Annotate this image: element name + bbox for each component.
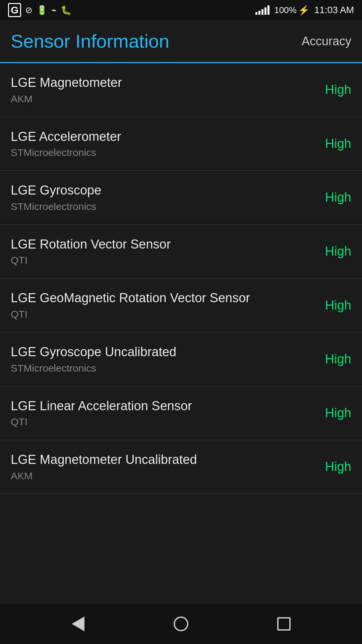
sensor-info-5: LGE Gyroscope UncalibratedSTMicroelectro… <box>11 344 325 374</box>
sensor-accuracy-5: High <box>325 352 351 366</box>
sensor-info-3: LGE Rotation Vector SensorQTI <box>11 237 325 266</box>
sensor-name-2: LGE Gyroscope <box>11 183 317 198</box>
page-title: Sensor Information <box>11 30 169 52</box>
sensor-item-3[interactable]: LGE Rotation Vector SensorQTIHigh <box>0 225 362 279</box>
status-info-right: 100% ⚡ 11:03 AM <box>255 5 354 16</box>
sensor-item-4[interactable]: LGE GeoMagnetic Rotation Vector SensorQT… <box>0 278 362 332</box>
sensor-info-6: LGE Linear Acceleration SensorQTI <box>11 398 325 428</box>
sensor-vendor-6: QTI <box>11 416 317 428</box>
sensor-info-2: LGE GyroscopeSTMicroelectronics <box>11 183 325 212</box>
clock: 11:03 AM <box>314 5 354 15</box>
sensor-name-0: LGE Magnetometer <box>11 75 317 91</box>
battery-percentage: 100% <box>274 5 297 15</box>
sensor-accuracy-1: High <box>325 137 351 151</box>
sensor-name-1: LGE Accelerometer <box>11 129 317 145</box>
sensor-name-4: LGE GeoMagnetic Rotation Vector Sensor <box>11 290 317 306</box>
sensor-vendor-5: STMicroelectronics <box>11 363 317 374</box>
sensor-item-1[interactable]: LGE AccelerometerSTMicroelectronicsHigh <box>0 117 362 171</box>
sensor-item-2[interactable]: LGE GyroscopeSTMicroelectronicsHigh <box>0 171 362 225</box>
navigation-bar <box>0 604 362 644</box>
sensor-name-3: LGE Rotation Vector Sensor <box>11 237 317 252</box>
signal-strength <box>255 5 269 15</box>
sensor-vendor-3: QTI <box>11 255 317 266</box>
home-icon <box>174 616 188 631</box>
sensor-name-6: LGE Linear Acceleration Sensor <box>11 398 317 414</box>
accuracy-column-header: Accuracy <box>302 34 351 48</box>
status-icon-debug: 🐛 <box>61 5 71 15</box>
battery-icon: ⚡ <box>298 5 310 16</box>
sensor-item-0[interactable]: LGE MagnetometerAKMHigh <box>0 63 362 117</box>
sensor-name-5: LGE Gyroscope Uncalibrated <box>11 344 317 360</box>
sensor-item-6[interactable]: LGE Linear Acceleration SensorQTIHigh <box>0 386 362 440</box>
sensor-accuracy-6: High <box>325 406 351 420</box>
sensor-accuracy-2: High <box>325 190 351 205</box>
status-icon-app3: 🔋 <box>37 5 47 15</box>
sensor-list: LGE MagnetometerAKMHighLGE Accelerometer… <box>0 63 362 604</box>
sensor-accuracy-7: High <box>325 460 351 474</box>
sensor-vendor-1: STMicroelectronics <box>11 147 317 158</box>
sensor-info-0: LGE MagnetometerAKM <box>11 75 325 105</box>
home-button[interactable] <box>164 607 198 641</box>
sensor-accuracy-4: High <box>325 298 351 313</box>
sensor-item-5[interactable]: LGE Gyroscope UncalibratedSTMicroelectro… <box>0 332 362 386</box>
status-icon-app1: G <box>8 3 21 17</box>
sensor-vendor-7: AKM <box>11 470 317 482</box>
recents-icon <box>277 617 291 631</box>
sensor-accuracy-3: High <box>325 244 351 259</box>
sensor-vendor-0: AKM <box>11 93 317 105</box>
sensor-accuracy-0: High <box>325 83 351 97</box>
battery-info: 100% ⚡ <box>274 5 310 16</box>
sensor-item-7[interactable]: LGE Magnetometer UncalibratedAKMHigh <box>0 440 362 494</box>
sensor-name-7: LGE Magnetometer Uncalibrated <box>11 452 317 468</box>
sensor-info-1: LGE AccelerometerSTMicroelectronics <box>11 129 325 159</box>
status-icon-usb: ⌁ <box>51 5 57 15</box>
status-bar: G ⊘ 🔋 ⌁ 🐛 100% ⚡ 11:03 AM <box>0 0 362 20</box>
app-bar: Sensor Information Accuracy <box>0 20 362 63</box>
sensor-vendor-2: STMicroelectronics <box>11 201 317 212</box>
back-button[interactable] <box>61 607 95 641</box>
status-icon-app2: ⊘ <box>25 5 33 15</box>
sensor-info-7: LGE Magnetometer UncalibratedAKM <box>11 452 325 482</box>
sensor-info-4: LGE GeoMagnetic Rotation Vector SensorQT… <box>11 290 325 320</box>
back-icon <box>72 616 84 631</box>
status-icons-left: G ⊘ 🔋 ⌁ 🐛 <box>8 3 71 17</box>
sensor-vendor-4: QTI <box>11 309 317 320</box>
recents-button[interactable] <box>267 607 301 641</box>
